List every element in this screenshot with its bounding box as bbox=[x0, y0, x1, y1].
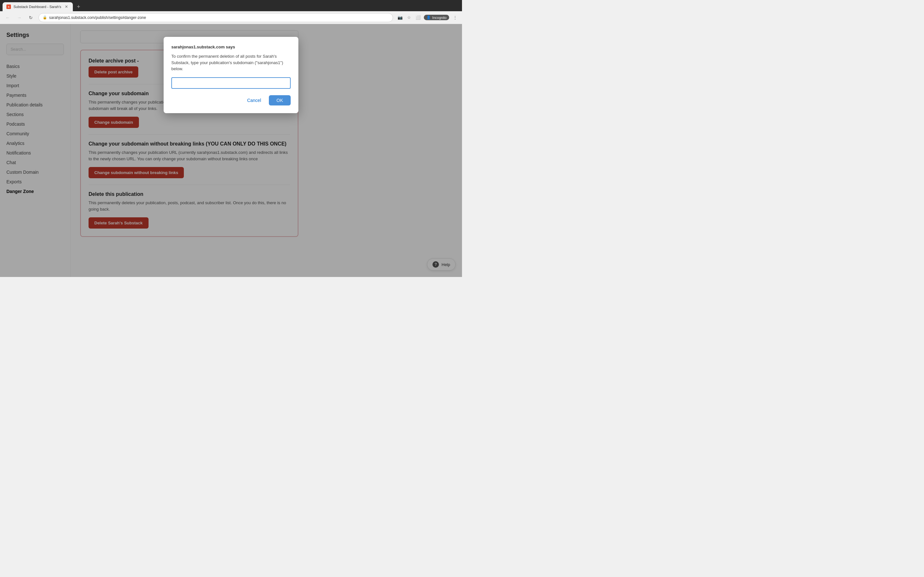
lock-icon: 🔒 bbox=[43, 15, 47, 19]
menu-icon[interactable]: ⋮ bbox=[452, 15, 458, 21]
tab-bar: S Substack Dashboard - Sarah's ✕ + bbox=[0, 0, 462, 11]
modal-confirmation-input[interactable] bbox=[171, 77, 291, 89]
page-content: Settings Search... Basics Style Import P… bbox=[0, 24, 462, 277]
address-bar: ← → ↻ 🔒 sarahjonas1.substack.com/publish… bbox=[0, 11, 462, 24]
tab-close-button[interactable]: ✕ bbox=[64, 4, 69, 9]
modal-origin: sarahjonas1.substack.com says bbox=[171, 45, 291, 49]
modal-ok-button[interactable]: OK bbox=[269, 95, 291, 105]
address-input[interactable]: 🔒 sarahjonas1.substack.com/publish/setti… bbox=[39, 13, 393, 22]
tab-title: Substack Dashboard - Sarah's bbox=[13, 5, 61, 9]
active-tab[interactable]: S Substack Dashboard - Sarah's ✕ bbox=[3, 2, 73, 11]
back-button[interactable]: ← bbox=[4, 14, 11, 21]
address-text: sarahjonas1.substack.com/publish/setting… bbox=[49, 15, 146, 20]
reload-button[interactable]: ↻ bbox=[27, 14, 35, 21]
address-right-icons: 📷 ☆ ⬜ 👤 Incognito ⋮ bbox=[397, 15, 458, 21]
extensions-icon[interactable]: ⬜ bbox=[415, 15, 421, 21]
modal-buttons: Cancel OK bbox=[171, 95, 291, 105]
camera-icon[interactable]: 📷 bbox=[397, 15, 403, 21]
incognito-badge: 👤 Incognito bbox=[424, 15, 449, 20]
modal-dialog: sarahjonas1.substack.com says To confirm… bbox=[164, 37, 298, 113]
modal-message: To confirm the permanent deletion of all… bbox=[171, 53, 291, 72]
new-tab-button[interactable]: + bbox=[74, 2, 83, 11]
bookmark-icon[interactable]: ☆ bbox=[406, 15, 412, 21]
modal-overlay: sarahjonas1.substack.com says To confirm… bbox=[0, 24, 462, 277]
forward-button[interactable]: → bbox=[15, 14, 23, 21]
tab-favicon: S bbox=[6, 5, 11, 9]
modal-cancel-button[interactable]: Cancel bbox=[243, 95, 265, 105]
